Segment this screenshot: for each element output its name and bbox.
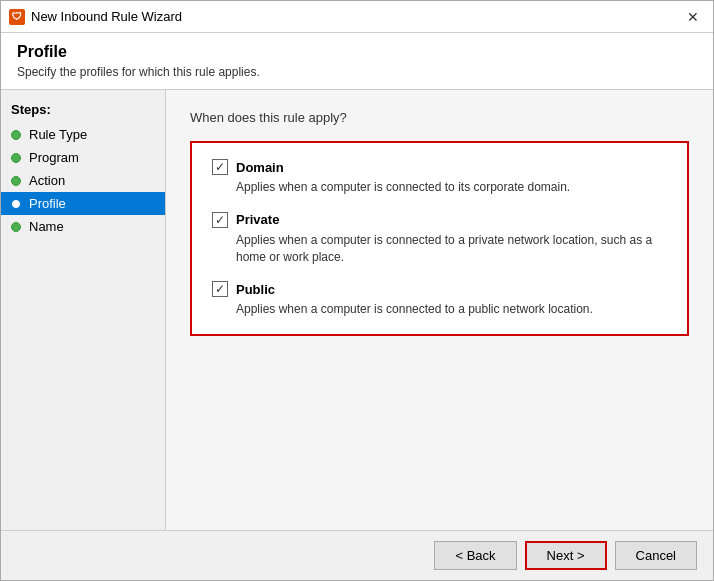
back-button[interactable]: < Back [434, 541, 516, 570]
main-area: When does this rule apply? ✓ Domain Appl… [166, 90, 713, 530]
public-header: ✓ Public [212, 281, 667, 297]
app-icon: 🛡 [9, 9, 25, 25]
domain-label: Domain [236, 160, 284, 175]
content-area: Steps: Rule Type Program Action Profile … [1, 90, 713, 530]
wizard-window: 🛡 New Inbound Rule Wizard ✕ Profile Spec… [0, 0, 714, 581]
step-dot-name [11, 222, 21, 232]
profile-options-box: ✓ Domain Applies when a computer is conn… [190, 141, 689, 336]
sidebar-item-name[interactable]: Name [1, 215, 165, 238]
step-dot-program [11, 153, 21, 163]
steps-label: Steps: [1, 100, 165, 123]
main-question: When does this rule apply? [190, 110, 689, 125]
sidebar-item-label: Name [29, 219, 64, 234]
steps-sidebar: Steps: Rule Type Program Action Profile … [1, 90, 166, 530]
page-title: Profile [17, 43, 697, 61]
private-option: ✓ Private Applies when a computer is con… [212, 212, 667, 266]
domain-header: ✓ Domain [212, 159, 667, 175]
private-description: Applies when a computer is connected to … [236, 232, 667, 266]
sidebar-item-label: Program [29, 150, 79, 165]
close-button[interactable]: ✕ [681, 5, 705, 29]
private-checkbox[interactable]: ✓ [212, 212, 228, 228]
private-header: ✓ Private [212, 212, 667, 228]
footer: < Back Next > Cancel [1, 530, 713, 580]
sidebar-item-rule-type[interactable]: Rule Type [1, 123, 165, 146]
public-description: Applies when a computer is connected to … [236, 301, 667, 318]
public-checkbox[interactable]: ✓ [212, 281, 228, 297]
step-dot-profile [11, 199, 21, 209]
sidebar-item-label: Rule Type [29, 127, 87, 142]
sidebar-item-label: Action [29, 173, 65, 188]
page-header: Profile Specify the profiles for which t… [1, 33, 713, 90]
domain-checkbox[interactable]: ✓ [212, 159, 228, 175]
step-dot-rule-type [11, 130, 21, 140]
sidebar-item-action[interactable]: Action [1, 169, 165, 192]
page-subtitle: Specify the profiles for which this rule… [17, 65, 697, 79]
step-dot-action [11, 176, 21, 186]
public-label: Public [236, 282, 275, 297]
private-label: Private [236, 212, 279, 227]
public-option: ✓ Public Applies when a computer is conn… [212, 281, 667, 318]
domain-description: Applies when a computer is connected to … [236, 179, 667, 196]
sidebar-item-program[interactable]: Program [1, 146, 165, 169]
domain-option: ✓ Domain Applies when a computer is conn… [212, 159, 667, 196]
sidebar-item-profile[interactable]: Profile [1, 192, 165, 215]
next-button[interactable]: Next > [525, 541, 607, 570]
title-bar: 🛡 New Inbound Rule Wizard ✕ [1, 1, 713, 33]
window-title: New Inbound Rule Wizard [31, 9, 681, 24]
sidebar-item-label: Profile [29, 196, 66, 211]
cancel-button[interactable]: Cancel [615, 541, 697, 570]
